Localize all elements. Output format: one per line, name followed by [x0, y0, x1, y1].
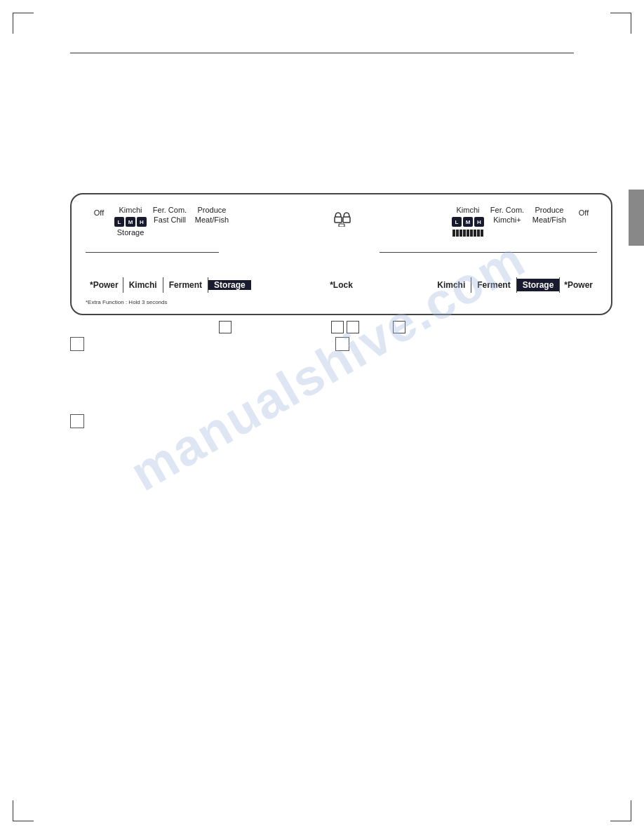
ferment-btn-left[interactable]: Ferment: [163, 280, 208, 290]
corner-tr-h: [610, 13, 631, 13]
lock-icon: [332, 207, 351, 227]
lmh-badges-left: L M H: [114, 217, 147, 227]
corner-br-h: [610, 821, 631, 821]
lock-btn[interactable]: *Lock: [326, 280, 357, 290]
corner-br-v: [631, 800, 631, 821]
extra-func-note: *Extra Function : Hold 3 seconds: [86, 299, 168, 305]
h-badge-right: H: [474, 217, 484, 227]
lmh-badges-right: L M H: [452, 217, 484, 227]
control-panel: Off Kimchi L M H Storage Fer. Com. Fast …: [70, 193, 612, 315]
small-btn-left[interactable]: [219, 321, 232, 333]
corner-bl-v: [13, 800, 13, 821]
checkbox-2[interactable]: [70, 414, 84, 428]
kimchi-group-right: Kimchi L M H: [450, 206, 486, 237]
corner-bl-h: [13, 821, 34, 821]
m-badge-right: M: [463, 217, 473, 227]
divider-left: [86, 252, 219, 253]
sidebar-tab: [629, 190, 644, 246]
svg-rect-1: [343, 217, 350, 223]
power-btn-right[interactable]: *Power: [560, 280, 597, 290]
l-badge-right: L: [452, 217, 462, 227]
corner-tl-h: [13, 13, 34, 13]
divider-right: [380, 252, 597, 253]
right-labels: Kimchi L M H: [450, 206, 597, 237]
checkbox-3[interactable]: [335, 337, 349, 351]
produce-group-right: Produce Meat/Fish: [528, 206, 570, 224]
power-btn-left[interactable]: *Power: [86, 280, 123, 290]
right-buttons: Kimchi Ferment Storage *Power: [431, 277, 597, 293]
m-badge-left: M: [126, 217, 135, 227]
kimchi-btn-left[interactable]: Kimchi: [123, 280, 163, 290]
left-buttons: *Power Kimchi Ferment Storage: [86, 277, 251, 293]
off-label-right: Off: [570, 206, 597, 218]
small-btn-center-right[interactable]: [347, 321, 359, 333]
svg-rect-2: [339, 224, 344, 227]
small-btn-center-left[interactable]: [331, 321, 344, 333]
kimchi-group-left: Kimchi L M H Storage: [112, 206, 149, 237]
lock-icon-group: [332, 207, 351, 227]
buttons-row: *Power Kimchi Ferment Storage *Lock Kimc…: [86, 277, 597, 293]
top-rule: [70, 53, 574, 53]
corner-tr-v: [631, 13, 631, 34]
off-label-left: Off: [86, 206, 112, 218]
kimchi-btn-right[interactable]: Kimchi: [431, 280, 471, 290]
fercom-group-left: Fer. Com. Fast Chill: [149, 206, 191, 224]
produce-group-left: Produce Meat/Fish: [191, 206, 233, 224]
bar-indicator: [452, 230, 483, 237]
ferment-btn-right[interactable]: Ferment: [471, 280, 516, 290]
l-badge-left: L: [114, 217, 124, 227]
h-badge-left: H: [137, 217, 147, 227]
checkbox-1[interactable]: [70, 337, 84, 351]
fercom-group-right: Fer. Com. Kimchi+: [486, 206, 528, 224]
svg-rect-0: [335, 217, 342, 223]
storage-btn-right[interactable]: Storage: [517, 279, 560, 291]
small-btn-right[interactable]: [393, 321, 405, 333]
storage-btn-left[interactable]: Storage: [208, 280, 251, 290]
corner-tl-v: [13, 13, 13, 34]
